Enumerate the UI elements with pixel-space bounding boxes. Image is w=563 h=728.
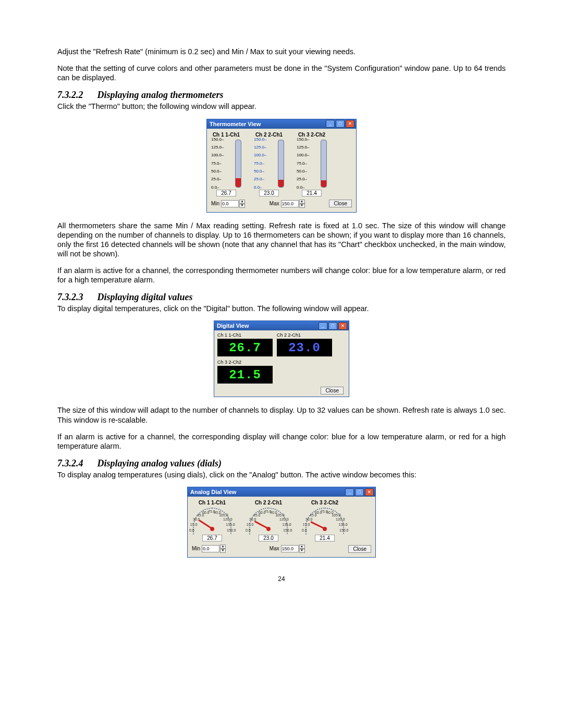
channel-label: Ch 3 2-Ch2 [304, 500, 345, 505]
max-input[interactable] [281, 200, 299, 207]
digital-channel: Ch 1 1-Ch126.7 [217, 332, 273, 356]
thermometer-channel: Ch 3 2-Ch2150.0–125.0–100.0–75.0–50.0–25… [297, 132, 327, 196]
digital-channel: Ch 2 2-Ch123.0 [277, 332, 332, 356]
paragraph: To display digital temperatures, click o… [57, 304, 506, 313]
dial-titlebar[interactable]: Analog Dial View _ □ × [188, 487, 375, 497]
window-title: Digital View [217, 323, 249, 329]
paragraph: If an alarm is active for a channel, the… [57, 266, 506, 285]
paragraph: The size of this window will adapt to th… [57, 405, 506, 424]
heading-text: Displaying analog values (dials) [97, 458, 222, 468]
paragraph: If an alarm is active for a channel, the… [57, 432, 506, 451]
digital-window: Digital View _ □ × Ch 1 1-Ch126.7Ch 2 2-… [214, 320, 349, 397]
minimize-icon[interactable]: _ [345, 488, 354, 496]
digital-value: 26.7 [217, 339, 273, 356]
dial-gauge: 0.015.030.045.060.075.090.0105.0120.0135… [193, 508, 231, 534]
heading-7-3-2-4: 7.3.2.4 Displaying analog values (dials) [57, 458, 506, 469]
page-number: 24 [57, 575, 506, 583]
heading-text: Displaying digital values [97, 292, 193, 302]
thermometer-value: 26.7 [216, 190, 236, 196]
maximize-icon[interactable]: □ [355, 488, 364, 496]
digital-value: 21.5 [217, 366, 273, 384]
close-icon[interactable]: × [365, 488, 374, 496]
close-button[interactable]: Close [321, 387, 344, 394]
digital-titlebar[interactable]: Digital View _ □ × [214, 321, 349, 330]
channel-label: Ch 1 1-Ch1 [192, 500, 232, 505]
minimize-icon[interactable]: _ [326, 120, 335, 128]
dial-channel: Ch 1 1-Ch10.015.030.045.060.075.090.0105… [192, 500, 232, 541]
dial-channel: Ch 3 2-Ch20.015.030.045.060.075.090.0105… [304, 500, 345, 541]
paragraph: All thermometers share the same Min / Ma… [57, 221, 506, 259]
max-spinner[interactable]: ▲▼ [281, 545, 305, 553]
dial-value: 26.7 [202, 535, 222, 541]
minimize-icon[interactable]: _ [319, 322, 327, 330]
min-input[interactable] [221, 200, 239, 207]
heading-text: Displaying analog thermometers [97, 90, 224, 100]
heading-number: 7.3.2.2 [57, 90, 95, 101]
dial-value: 21.4 [315, 535, 335, 541]
min-label: Min [211, 201, 219, 206]
thermometer-channel: Ch 2 2-Ch1150.0–125.0–100.0–75.0–50.0–25… [254, 132, 284, 196]
paragraph: Adjust the "Refresh Rate" (minimum is 0.… [57, 47, 506, 56]
close-icon[interactable]: × [338, 322, 347, 330]
maximize-icon[interactable]: □ [336, 120, 345, 128]
window-title: Analog Dial View [190, 489, 236, 495]
thermometer-value: 21.4 [302, 190, 322, 196]
digital-value: 23.0 [277, 339, 332, 356]
dial-gauge: 0.015.030.045.060.075.090.0105.0120.0135… [305, 508, 344, 534]
max-input[interactable] [281, 545, 299, 552]
dial-value: 23.0 [259, 535, 278, 541]
thermometer-channel: Ch 1 1-Ch1150.0–125.0–100.0–75.0–50.0–25… [211, 132, 241, 196]
channel-label: Ch 2 2-Ch1 [248, 500, 289, 505]
close-icon[interactable]: × [346, 120, 354, 128]
maximize-icon[interactable]: □ [328, 322, 337, 330]
max-spinner[interactable]: ▲▼ [281, 200, 305, 208]
heading-7-3-2-3: 7.3.2.3 Displaying digital values [57, 292, 506, 303]
min-spinner[interactable]: ▲▼ [202, 545, 226, 553]
window-title: Thermometer View [210, 121, 261, 127]
min-input[interactable] [202, 545, 219, 552]
paragraph: To display analog temperatures (using di… [57, 470, 506, 479]
max-label: Max [270, 546, 279, 551]
min-spinner[interactable]: ▲▼ [221, 200, 245, 208]
channel-label: Ch 3 2-Ch2 [217, 360, 273, 365]
thermometer-value: 23.0 [259, 190, 279, 196]
max-label: Max [270, 201, 279, 206]
heading-number: 7.3.2.4 [57, 458, 95, 469]
heading-number: 7.3.2.3 [57, 292, 95, 303]
digital-channel: Ch 3 2-Ch221.5 [217, 360, 273, 384]
thermometer-titlebar[interactable]: Thermometer View _ □ × [207, 119, 356, 129]
channel-label: Ch 2 2-Ch1 [277, 332, 332, 338]
paragraph: Click the "Thermo" button; the following… [57, 102, 506, 111]
dial-window: Analog Dial View _ □ × Ch 1 1-Ch10.015.0… [187, 487, 376, 558]
paragraph: Note that the setting of curve colors an… [57, 64, 506, 82]
close-button[interactable]: Close [348, 545, 371, 553]
min-label: Min [192, 546, 200, 551]
thermometer-window: Thermometer View _ □ × Ch 1 1-Ch1150.0–1… [206, 119, 357, 213]
channel-label: Ch 1 1-Ch1 [217, 332, 273, 338]
heading-7-3-2-2: 7.3.2.2 Displaying analog thermometers [57, 90, 506, 101]
dial-channel: Ch 2 2-Ch10.015.030.045.060.075.090.0105… [248, 500, 289, 541]
close-button[interactable]: Close [329, 200, 352, 207]
dial-gauge: 0.015.030.045.060.075.090.0105.0120.0135… [249, 508, 288, 534]
